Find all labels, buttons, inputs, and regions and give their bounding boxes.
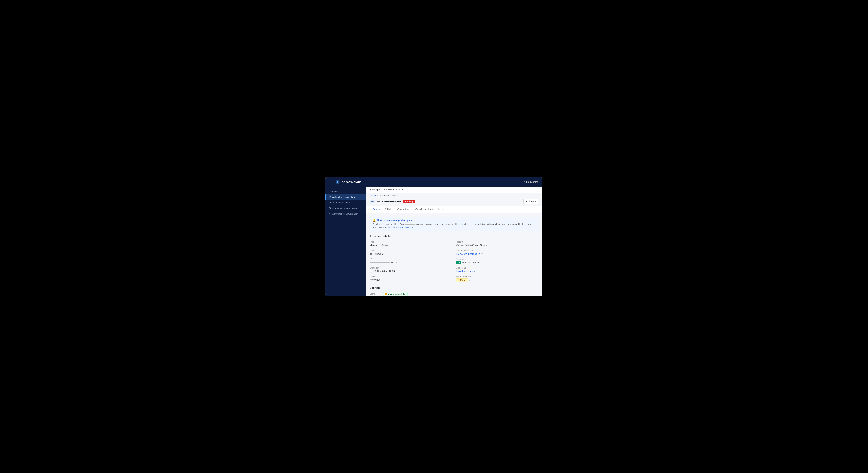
status-dot-icon <box>405 201 406 202</box>
secret-row: Secret S ■■■-vmware-fbfx2 <box>370 292 538 296</box>
pr-badge: PR <box>370 200 375 203</box>
go-to-vms-link[interactable]: Go to Virtual Machines tab <box>387 226 413 229</box>
edit-external-ui-icon[interactable]: ✏ <box>482 253 483 255</box>
sidebar-item-storagemaps[interactable]: StorageMaps for virtualization <box>326 206 366 211</box>
secret-badge: S ■■■-vmware-fbfx2 <box>383 292 408 296</box>
sidebar: Overview Providers for virtualization Pl… <box>326 187 366 296</box>
tab-credentials[interactable]: Credentials <box>394 206 412 213</box>
detail-name: Name →vmware <box>370 250 452 255</box>
provider-title-area: PR ■ ■■-vmware Ready <box>370 200 415 203</box>
info-banner-title: 🔔 How to create a migration plan <box>373 219 535 222</box>
provider-details-title: Provider details <box>370 235 538 238</box>
content-area: Namespace: konveyor-forklift ▾ Providers… <box>366 187 542 296</box>
top-navigation: ☰ spectro cloud Auth disabled <box>326 178 542 187</box>
info-banner: 🔔 How to create a migration plan To migr… <box>370 217 538 231</box>
url-value: /sdk ✏ <box>370 261 452 264</box>
detail-type: Type VMware vCenter <box>370 241 452 247</box>
provider-credentials-link[interactable]: Provider credentials <box>456 270 477 273</box>
detail-owner: Owner No owner <box>370 275 452 282</box>
actions-button[interactable]: Actions ▾ <box>524 199 538 204</box>
secret-s-icon: S <box>384 292 388 295</box>
provider-ref-redacted <box>405 224 415 225</box>
vcenter-badge: vCenter <box>379 244 390 247</box>
namespace-label: Namespace: <box>370 188 383 191</box>
url-redacted <box>370 262 390 263</box>
edit-vddk-icon[interactable]: ✏ <box>469 279 471 282</box>
auth-status: Auth disabled <box>524 181 538 184</box>
sidebar-item-providers[interactable]: Providers for virtualization <box>326 194 366 200</box>
vsphere-ui-link[interactable]: VMware vSphere UI ↗ <box>456 253 480 255</box>
name-icon <box>370 253 372 254</box>
secrets-title: Secrets <box>370 286 538 289</box>
provider-name: ■ ■■-vmware <box>377 200 401 203</box>
sidebar-item-plans[interactable]: Plans for virtualization <box>326 200 366 206</box>
external-link-icon: ↗ <box>478 253 480 255</box>
breadcrumb-separator: › <box>380 194 381 197</box>
info-banner-text: To migrate virtual machines from -vmware… <box>373 223 535 229</box>
detail-external-ui: External web UI link VMware vSphere UI ↗… <box>456 250 538 255</box>
tab-details[interactable]: Details <box>370 206 382 213</box>
namespace-value: konveyor-forklift <box>384 188 401 191</box>
provider-name-icon <box>377 201 380 202</box>
sidebar-item-networkmaps[interactable]: NetworkMaps for virtualization <box>326 211 366 217</box>
detail-credentials: Credentials Provider credentials <box>456 267 538 273</box>
namespace-bar: Namespace: konveyor-forklift ▾ <box>366 187 542 193</box>
namespace-chevron-icon: ▾ <box>402 188 403 191</box>
tab-virtual-machines[interactable]: Virtual Machines <box>412 206 436 213</box>
provider-details-section: Provider details Type VMware vCenter <box>370 235 538 282</box>
tab-hosts[interactable]: Hosts <box>436 206 447 213</box>
breadcrumb-provider-details: Provider Details <box>382 194 398 197</box>
menu-hamburger-icon[interactable]: ☰ <box>330 180 332 184</box>
detail-namespace: Namespace NS konveyor-forklift <box>456 258 538 264</box>
actions-chevron-icon: ▾ <box>535 200 536 203</box>
detail-url: URL /sdk ✏ <box>370 258 452 264</box>
sidebar-item-overview[interactable]: Overview <box>326 189 366 194</box>
ns-badge: NS <box>456 261 461 264</box>
main-content: 🔔 How to create a migration plan To migr… <box>366 214 542 296</box>
brand-name: spectro cloud <box>342 181 362 184</box>
tab-yaml[interactable]: YAML <box>382 206 395 213</box>
warning-icon: ⚠ <box>458 279 459 282</box>
details-grid: Type VMware vCenter Product VMware Virtu… <box>370 241 538 282</box>
detail-product: Product VMware VirtualCenter Server <box>456 241 538 247</box>
breadcrumb: Providers › Provider Details <box>366 193 542 198</box>
spectro-cloud-logo-icon <box>335 179 340 185</box>
detail-created-at: Created at 🕐 25 Nov 2024, 12:06 <box>370 267 452 273</box>
vddk-empty-badge: ⚠ ■ ■■■-vmware-fbfx2 Empty <box>456 278 468 282</box>
logo-area: spectro cloud <box>335 179 362 185</box>
detail-vddk: VDDK init image ⚠ ■ ■■■-vmware-fbfx2 Emp… <box>456 275 538 282</box>
namespace-dropdown[interactable]: konveyor-forklift ▾ <box>384 188 403 191</box>
breadcrumb-providers[interactable]: Providers <box>370 194 379 197</box>
info-icon: 🔔 <box>373 219 376 222</box>
namespace-value-detail: konveyor-forklift <box>462 261 479 264</box>
status-badge: Ready <box>403 200 415 203</box>
edit-url-icon[interactable]: ✏ <box>396 261 397 264</box>
clock-icon: 🕐 <box>370 270 373 273</box>
secrets-section: Secrets Secret S ■■■-vmware-fbfx2 <box>370 286 538 296</box>
tabs-bar: Details YAML Credentials Virtual Machine… <box>366 206 542 214</box>
provider-header: PR ■ ■■-vmware Ready Actions ▾ <box>366 198 542 206</box>
